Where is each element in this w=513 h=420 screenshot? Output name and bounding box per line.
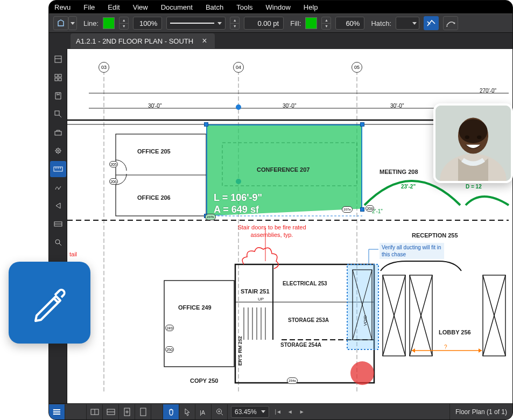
room-lobby: LOBBY 256 <box>439 329 471 335</box>
room-office206: OFFICE 206 <box>137 194 171 201</box>
measure-length: L = 106'-9" <box>214 192 262 204</box>
gear-icon[interactable] <box>50 143 66 159</box>
fill-label: Fill: <box>290 19 301 27</box>
line-width-value[interactable]: 0.00 pt <box>244 17 284 30</box>
line-color-swatch[interactable] <box>103 17 115 29</box>
properties-icon[interactable] <box>50 106 66 122</box>
pan-tool-icon[interactable] <box>163 404 179 419</box>
signature-icon[interactable] <box>50 179 66 195</box>
dim-d12: D = 12 <box>466 184 482 190</box>
chevron-down-icon[interactable] <box>68 16 77 30</box>
drawing-canvas[interactable]: 03 04 05 270'-0" 30'-0" 30'-0" 30'-0" 30… <box>67 49 512 403</box>
measurements-icon[interactable] <box>50 161 66 177</box>
dim-overall: 270'-0" <box>480 88 496 94</box>
svg-point-60 <box>236 104 241 110</box>
room-copy: COPY 250 <box>190 377 218 384</box>
toolbox-icon[interactable] <box>50 124 66 141</box>
single-view-icon[interactable] <box>103 404 119 419</box>
svg-rect-75 <box>140 408 146 416</box>
svg-point-84 <box>459 119 487 143</box>
thumbnails-icon[interactable] <box>50 51 66 67</box>
door-249: 249 <box>165 325 174 331</box>
svg-line-80 <box>221 413 223 415</box>
hatch-select[interactable] <box>396 17 419 30</box>
bookmarks-icon[interactable] <box>50 88 66 104</box>
menu-document[interactable]: Document <box>161 3 193 11</box>
first-page-icon[interactable]: |◄ <box>272 404 284 419</box>
orange-question: ? <box>444 344 447 350</box>
svg-text:|A: |A <box>200 409 206 416</box>
door-208: 208 <box>366 205 374 212</box>
tail-marker: tail <box>69 250 77 258</box>
search-icon[interactable] <box>50 234 66 250</box>
room-office205: OFFICE 205 <box>137 148 171 155</box>
line-style-select[interactable] <box>166 17 226 30</box>
line-label: Line: <box>83 19 99 27</box>
next-page-icon[interactable]: ► <box>296 404 308 419</box>
svg-line-19 <box>59 243 61 246</box>
door-205: 205 <box>109 161 118 167</box>
line-opacity-value[interactable]: 100% <box>133 17 162 30</box>
fill-opacity-value[interactable]: 60% <box>335 17 364 30</box>
page-icon[interactable] <box>135 404 151 419</box>
fill-color-swatch[interactable] <box>305 17 317 29</box>
menu-file[interactable]: File <box>83 3 95 11</box>
select-tool-icon[interactable] <box>179 404 195 419</box>
zoom-select[interactable]: 63.45% <box>231 406 269 418</box>
dim-23-2: 23'-2" <box>401 184 416 190</box>
hatch-label: Hatch: <box>371 19 391 27</box>
keyboard-icon[interactable] <box>50 216 66 232</box>
page-label[interactable]: Floor Plan (1 of 1) <box>449 404 512 419</box>
measure-area: A = 649 sf <box>214 204 259 215</box>
room-conference: CONFERENCE 207 <box>257 166 310 173</box>
dim-2: 30'-0" <box>283 103 296 109</box>
avatar <box>433 103 513 183</box>
line-width-stepper[interactable]: ▲▼ <box>230 17 240 30</box>
door-207b: 207b <box>205 214 216 220</box>
door-254a: 254a <box>287 377 298 384</box>
fill-opacity-stepper[interactable]: ▲▼ <box>321 17 331 30</box>
edit-card[interactable] <box>9 262 90 344</box>
close-icon[interactable]: × <box>200 36 209 46</box>
menu-tools[interactable]: Tools <box>236 3 252 11</box>
endcap-button[interactable] <box>443 16 458 30</box>
stair-up: UP <box>258 297 264 302</box>
document-tab[interactable]: A1.2.1 - 2ND FLOOR PLAN - SOUTH × <box>71 33 215 48</box>
back-icon[interactable] <box>50 198 66 214</box>
door-250: 250 <box>165 346 174 353</box>
new-page-icon[interactable] <box>119 404 135 419</box>
tab-title: A1.2.1 - 2ND FLOOR PLAN - SOUTH <box>76 37 193 45</box>
shape-tool-button[interactable] <box>53 16 77 30</box>
line-opacity-stepper[interactable]: ▲▼ <box>119 17 129 30</box>
svg-rect-40 <box>164 281 234 367</box>
room-office249: OFFICE 249 <box>178 304 212 311</box>
grid-bubble-03: 03 <box>99 62 109 73</box>
menu-edit[interactable]: Edit <box>108 3 120 11</box>
svg-rect-2 <box>55 56 61 62</box>
svg-rect-6 <box>55 78 58 81</box>
text-tool-icon[interactable]: |A <box>195 404 212 419</box>
zoom-tool-icon[interactable] <box>212 404 228 419</box>
svg-point-85 <box>465 135 469 139</box>
pencil-icon <box>29 282 70 323</box>
snap-button[interactable] <box>424 16 439 30</box>
room-storage253a: STORAGE 253A <box>288 317 329 323</box>
svg-point-1 <box>453 22 455 24</box>
prev-page-icon[interactable]: ◄ <box>284 404 296 419</box>
room-storage254a: STORAGE 254A <box>280 342 321 348</box>
dim-3: 30'-0" <box>390 103 404 109</box>
markups-list-icon[interactable] <box>49 404 65 419</box>
svg-marker-0 <box>58 20 64 26</box>
menu-batch[interactable]: Batch <box>206 3 223 11</box>
menu-window[interactable]: Window <box>266 3 291 11</box>
split-view-icon[interactable] <box>87 404 103 419</box>
note-fire-rated: Stair doors to be fire rated assemblies,… <box>234 223 310 239</box>
status-bar: |A 63.45% |◄ ◄ ► Floor Plan (1 of 1) <box>49 403 512 419</box>
menu-view[interactable]: View <box>133 3 148 11</box>
menu-help[interactable]: Help <box>304 3 318 11</box>
menu-revu[interactable]: Revu <box>54 3 71 11</box>
grid-icon[interactable] <box>50 69 66 86</box>
room-stair: STAIR 251 <box>241 288 270 295</box>
door-206: 206 <box>109 178 118 185</box>
room-meeting: MEETING 208 <box>380 169 418 175</box>
